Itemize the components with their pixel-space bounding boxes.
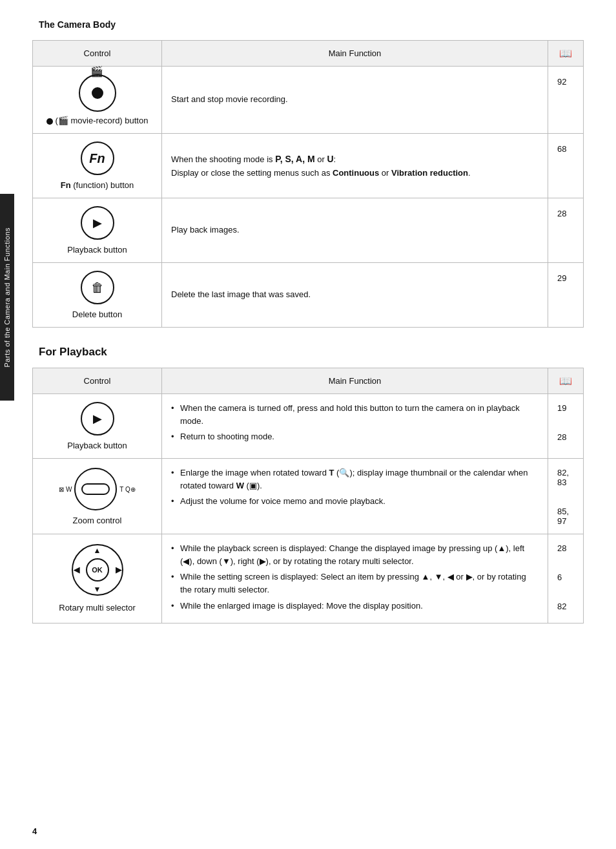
zoom-icon-wrap: ⊠ W T Q⊕ xyxy=(42,468,152,514)
fn-button-ref: 68 xyxy=(548,134,584,198)
fn-button-description: When the shooting mode is P, S, A, M or … xyxy=(162,134,548,198)
table-row: Fn Fn (function) button When the shootin… xyxy=(33,134,584,198)
delete-button-description: Delete the last image that was saved. xyxy=(162,263,548,328)
page-title: The Camera Body xyxy=(39,19,584,30)
zoom-control-cell: ⊠ W T Q⊕ Zoom control xyxy=(33,459,162,534)
table1: Control Main Function 📖 🎬 (🎬 movie-r xyxy=(32,40,584,328)
fn-button-label: Fn (function) button xyxy=(42,180,152,190)
page-number: 4 xyxy=(32,826,37,836)
playback2-description: When the camera is turned off, press and… xyxy=(162,394,548,459)
zoom-label: Zoom control xyxy=(42,516,152,525)
rotary-arrow-top: ▲ xyxy=(94,546,101,555)
rotary-arrow-bottom: ▼ xyxy=(94,585,101,594)
rotary-arrow-right: ▶ xyxy=(116,565,121,574)
bullet-item: Return to shooting mode. xyxy=(171,430,539,443)
playback2-label: Playback button xyxy=(42,441,152,450)
table-row: ▶ Playback button Play back images. 28 xyxy=(33,198,584,263)
bullet-item: When the camera is turned off, press and… xyxy=(171,402,539,428)
table-row: 🎬 (🎬 movie-record) button Start and stop… xyxy=(33,67,584,134)
playback-button-description: Play back images. xyxy=(162,198,548,263)
bullet-item: While the playback screen is displayed: … xyxy=(171,542,539,568)
rotary-bullets: While the playback screen is displayed: … xyxy=(171,542,539,613)
playback2-icon: ▶ xyxy=(81,402,114,435)
ref-value: 19 xyxy=(557,403,574,413)
delete-button-control: 🗑 Delete button xyxy=(33,263,162,328)
zoom-refs: 82, 83 85, 97 xyxy=(548,459,584,534)
table2-header-control: Control xyxy=(33,368,162,394)
playback2-bullets: When the camera is turned off, press and… xyxy=(171,402,539,443)
playback-button-control: ▶ Playback button xyxy=(33,198,162,263)
record-inner-dot xyxy=(92,87,103,99)
fn-icon: Fn xyxy=(81,142,114,175)
rotary-control-cell: ▲ ▼ ◀ ▶ OK Rotary multi selector xyxy=(33,534,162,624)
dot-icon xyxy=(46,118,53,125)
rotary-label: Rotary multi selector xyxy=(42,603,152,613)
zoom-row-icons: ⊠ W T Q⊕ xyxy=(59,468,136,512)
zoom-description: Enlarge the image when rotated toward T … xyxy=(162,459,548,534)
table2: Control Main Function 📖 ▶ Playback butto… xyxy=(32,368,584,624)
movie-icon-inline: 🎬 xyxy=(58,116,68,125)
sidebar-label: Parts of the Camera and Main Functions xyxy=(0,194,14,401)
ref-value: 82, 83 xyxy=(557,468,574,487)
rotary-refs: 28 6 82 xyxy=(548,534,584,624)
ref-group: 19 28 xyxy=(557,403,574,442)
table-row: 🗑 Delete button Delete the last image th… xyxy=(33,263,584,328)
ref-value: 28 xyxy=(557,432,574,442)
rotary-description: While the playback screen is displayed: … xyxy=(162,534,548,624)
playback-button-ref: 28 xyxy=(548,198,584,263)
ref-value: 28 xyxy=(557,543,574,553)
zoom-arrow-right-icons: T Q⊕ xyxy=(119,486,135,493)
ref-value: 85, 97 xyxy=(557,507,574,526)
rotary-icon-wrap: ▲ ▼ ◀ ▶ OK xyxy=(72,544,123,596)
book-icon2: 📖 xyxy=(559,375,572,386)
delete-button-ref: 29 xyxy=(548,263,584,328)
rotary-arrow-left: ◀ xyxy=(74,565,79,574)
playback2-refs: 19 28 xyxy=(548,394,584,459)
ref-value: 82 xyxy=(557,602,574,611)
delete-button-label: Delete button xyxy=(42,309,152,319)
modes-label: P, S, A, M xyxy=(275,154,314,164)
table2-header-main: Main Function xyxy=(162,368,548,394)
ref-value: 6 xyxy=(557,572,574,582)
bullet-item: While the setting screen is displayed: S… xyxy=(171,571,539,596)
zoom-bullets: Enlarge the image when rotated toward T … xyxy=(171,466,539,508)
table1-header-control: Control xyxy=(33,41,162,67)
playback-icon: ▶ xyxy=(81,206,114,240)
table1-header-main: Main Function xyxy=(162,41,548,67)
bullet-item: While the enlarged image is displayed: M… xyxy=(171,600,539,613)
movie-record-description: Start and stop movie recording. xyxy=(162,67,548,134)
playback-button-label: Playback button xyxy=(42,245,152,255)
zoom-arrow-left-icons: ⊠ W xyxy=(59,486,72,493)
ref-group: 28 6 82 xyxy=(557,543,574,611)
table-row: ▲ ▼ ◀ ▶ OK Rotary multi selector While t… xyxy=(33,534,584,624)
table1-header-ref: 📖 xyxy=(548,41,584,67)
zoom-outer-ring xyxy=(74,468,117,510)
bullet-item: Adjust the volume for voice memo and mov… xyxy=(171,495,539,508)
movie-record-ref: 92 xyxy=(548,67,584,134)
playback2-control: ▶ Playback button xyxy=(33,394,162,459)
for-playback-heading: For Playback xyxy=(39,346,584,359)
table-row: ⊠ W T Q⊕ Zoom control Enlarge the image … xyxy=(33,459,584,534)
movie-record-icon: 🎬 xyxy=(79,74,116,112)
fn-button-control: Fn Fn (function) button xyxy=(33,134,162,198)
book-icon: 📖 xyxy=(559,48,572,59)
record-outer-circle xyxy=(79,74,116,112)
bullet-item: Enlarge the image when rotated toward T … xyxy=(171,466,539,492)
continuous-label: Continuous xyxy=(333,168,379,178)
movie-record-label: (🎬 movie-record) button xyxy=(42,116,152,125)
trash-icon: 🗑 xyxy=(81,271,114,304)
table2-header-ref: 📖 xyxy=(548,368,584,394)
ref-group: 82, 83 85, 97 xyxy=(557,468,574,526)
u-label: U xyxy=(327,154,333,164)
vibration-label: Vibration reduction xyxy=(391,168,468,178)
movie-record-control: 🎬 (🎬 movie-record) button xyxy=(33,67,162,134)
rotary-ok-button: OK xyxy=(86,558,109,582)
table-row: ▶ Playback button When the camera is tur… xyxy=(33,394,584,459)
zoom-inner-dial xyxy=(81,483,110,495)
